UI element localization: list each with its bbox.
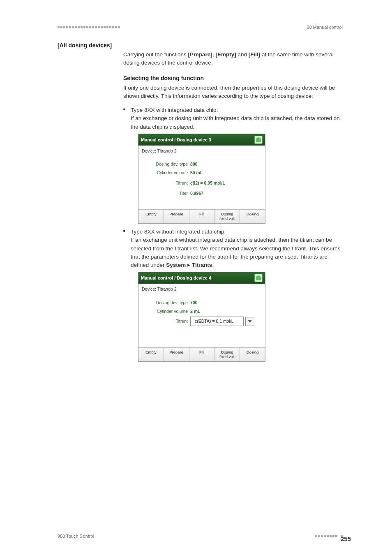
value: 50 mL [190,170,203,176]
label-system: System [166,262,186,268]
label: Dosing dev. type [142,161,190,167]
bullet1-title: Type 8XX with integrated data chip: [131,107,218,113]
footer-doc-title: 900 Touch Control [58,534,94,539]
empty-button[interactable]: Empty [138,348,164,361]
label: Titrant [142,318,190,324]
prepare-button[interactable]: Prepare [164,348,189,361]
label-prepare: [Prepare] [188,51,212,58]
row-cylinder-volume: Cylinder volume 2 mL [142,308,262,314]
fill-button[interactable]: Fill [189,210,215,223]
row-dosing-dev-type: Dosing dev. type 700 [142,300,262,306]
screenshot-body: Device: Titrando 2 Dosing dev. type 800 … [138,146,265,209]
label-line2: fixed vol. [219,354,235,359]
titrant-selected-value: c(EDTA) = 0.1 mol/L [190,317,244,326]
row-dosing-dev-type: Dosing dev. type 800 [142,161,262,167]
footer-decor-dots: 255 [315,535,343,537]
dosing-button[interactable]: Dosing [240,210,265,223]
sub-heading: Selecting the dosing function [123,75,343,81]
page-number: 255 [341,535,343,537]
value: 700 [190,300,198,306]
header-chapter-label: 28 Manual control [307,25,343,30]
label-line1: Dosing [221,212,233,216]
text-end: . [212,262,214,268]
bullet-list: Type 8XX with integrated data chip: If a… [123,106,343,362]
chevron-down-icon[interactable] [245,317,254,326]
device-label: Device: Titrando 2 [142,286,262,292]
value: c(I2) = 0.05 mol/L [190,180,225,186]
screenshot-dosing-device-3: Manual control / Dosing device 3 Device:… [138,134,265,224]
label: Cylinder volume [142,308,190,314]
row-titrant: Titrant c(I2) = 0.05 mol/L [142,180,262,186]
screenshot-dosing-device-4: Manual control / Dosing device 4 Device:… [138,272,265,362]
arrow-separator: ▸ [186,262,192,268]
prepare-button[interactable]: Prepare [164,210,189,223]
value: 2 mL [190,308,201,314]
empty-button[interactable]: Empty [138,210,164,223]
dosing-fixed-vol-button[interactable]: Dosing fixed vol. [214,348,240,361]
screenshot-body: Device: Titrando 2 Dosing dev. type 700 … [138,284,265,347]
intro-paragraph: Carrying out the functions [Prepare], [E… [123,51,343,67]
fill-button[interactable]: Fill [189,348,215,361]
text: Carrying out the functions [123,51,188,58]
screenshot-button-bar: Empty Prepare Fill Dosing fixed vol. Dos… [138,209,265,223]
screenshot-title: Manual control / Dosing device 3 [141,136,211,143]
row-cylinder-volume: Cylinder volume 50 mL [142,170,262,176]
list-item: Type 8XX with integrated data chip: If a… [123,106,343,224]
bullet2-title: Type 8XX without integrated data chip: [131,229,226,235]
intro2-paragraph: If only one dosing device is connected, … [123,84,343,101]
text: and [236,51,249,58]
row-titrant-select: Titrant c(EDTA) = 0.1 mol/L [142,317,262,326]
titrant-dropdown[interactable]: c(EDTA) = 0.1 mol/L [190,317,254,326]
screenshot-title: Manual control / Dosing device 4 [141,275,211,282]
header-decor-dots [58,26,120,28]
dosing-fixed-vol-button[interactable]: Dosing fixed vol. [214,210,240,223]
value: 800 [190,161,198,167]
screenshot-titlebar: Manual control / Dosing device 4 [138,272,265,284]
device-label: Device: Titrando 2 [142,148,262,154]
label: Dosing dev. type [142,300,190,306]
row-titer: Titer 0.9967 [142,190,262,197]
screenshot-button-bar: Empty Prepare Fill Dosing fixed vol. Dos… [138,347,265,361]
value: 0.9967 [190,190,203,197]
list-item: Type 8XX without integrated data chip: I… [123,228,343,362]
page-header: 28 Manual control [58,25,343,30]
section-title: [All dosing devices] [58,42,343,49]
bullet2-text: If an exchange unit without integrated d… [131,237,340,268]
main-content: Carrying out the functions [Prepare], [E… [123,51,343,362]
label-line1: Dosing [221,350,233,354]
label: Titer [142,190,190,197]
home-icon[interactable] [254,274,263,282]
screenshot-titlebar: Manual control / Dosing device 3 [138,134,265,146]
label: Cylinder volume [142,170,190,176]
label-titrants: Titrants [192,262,212,268]
label-fill: [Fill] [249,51,261,58]
label-empty: [Empty] [215,51,236,58]
label: Titrant [142,180,190,186]
label-line2: fixed vol. [219,216,235,221]
page-footer: 900 Touch Control 255 [58,534,343,539]
home-icon[interactable] [254,136,263,144]
bullet1-text: If an exchange or dosing unit with integ… [131,115,340,130]
dosing-button[interactable]: Dosing [240,348,265,361]
